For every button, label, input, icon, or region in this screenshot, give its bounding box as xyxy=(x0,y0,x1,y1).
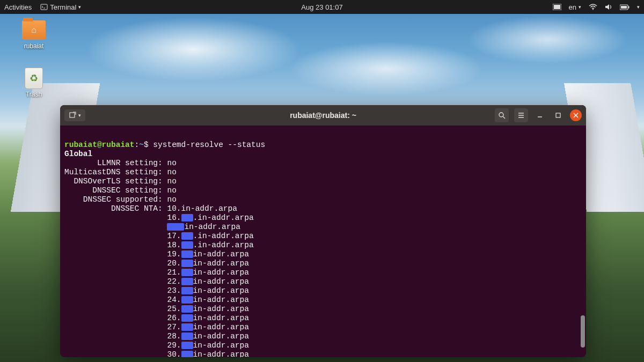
app-menu-label: Terminal xyxy=(50,3,76,11)
output-setting-line: DNSSEC setting: no xyxy=(64,186,582,195)
output-nta-line: 26. in-addr.arpa xyxy=(64,314,582,323)
new-tab-button[interactable]: ▾ xyxy=(64,109,85,121)
redacted-segment xyxy=(181,241,193,249)
output-nta-line: 20. in-addr.arpa xyxy=(64,259,582,268)
svg-rect-7 xyxy=(70,113,75,117)
redacted-segment xyxy=(181,333,193,340)
prompt-user-host: rubaiat@rubaiat xyxy=(64,141,135,149)
output-nta-line: 27. in-addr.arpa xyxy=(64,323,582,332)
scrollbar-thumb[interactable] xyxy=(581,315,585,348)
output-nta-line: 29. in-addr.arpa xyxy=(64,341,582,350)
svg-rect-6 xyxy=(621,6,627,9)
trash-icon: ♻ xyxy=(21,67,46,90)
output-nta-line: 21. in-addr.arpa xyxy=(64,268,582,277)
close-button[interactable] xyxy=(570,109,582,121)
redacted-segment xyxy=(181,342,193,349)
output-nta-line: 22. in-addr.arpa xyxy=(64,277,582,286)
gnome-top-bar: Activities Terminal ▾ Aug 23 01:07 en ▾ … xyxy=(0,0,644,14)
redacted-segment xyxy=(181,287,193,294)
clock[interactable]: Aug 23 01:07 xyxy=(301,3,342,11)
hamburger-menu-button[interactable] xyxy=(514,108,528,122)
terminal-app-icon xyxy=(40,3,48,11)
battery-icon[interactable] xyxy=(620,4,630,10)
output-setting-line: MulticastDNS setting: no xyxy=(64,168,582,177)
search-button[interactable] xyxy=(495,108,509,122)
output-nta-line: 19. in-addr.arpa xyxy=(64,250,582,259)
redacted-segment xyxy=(181,232,193,240)
wifi-icon[interactable] xyxy=(589,4,597,10)
desktop-trash[interactable]: ♻ Trash xyxy=(15,67,53,98)
prompt-line: rubaiat@rubaiat:~$ systemd-resolve --sta… xyxy=(64,141,582,150)
terminal-output-area[interactable]: rubaiat@rubaiat:~$ systemd-resolve --sta… xyxy=(60,125,586,357)
minimize-button[interactable] xyxy=(533,109,546,122)
folder-icon: ⌂ xyxy=(21,19,46,41)
output-setting-line: LLMNR setting: no xyxy=(64,159,582,168)
redacted-segment xyxy=(181,260,193,267)
chevron-down-icon: ▾ xyxy=(637,4,640,10)
redacted-segment xyxy=(181,323,193,331)
svg-rect-0 xyxy=(41,4,47,10)
output-nta-line: 16. .in-addr.arpa xyxy=(64,213,582,223)
search-icon xyxy=(498,112,506,119)
language-indicator[interactable]: en ▾ xyxy=(569,3,581,11)
terminal-window: ▾ rubaiat@rubaiat: ~ rubaiat@rubaiat:~$ … xyxy=(60,105,586,357)
desktop-icon-label: rubaiat xyxy=(24,42,44,50)
svg-line-9 xyxy=(503,116,505,119)
output-nta-line: 28. in-addr.arpa xyxy=(64,332,582,341)
recycle-icon: ♻ xyxy=(30,72,38,84)
screen-indicator-icon[interactable] xyxy=(553,4,561,10)
redacted-segment xyxy=(181,278,193,285)
redacted-segment xyxy=(181,351,193,357)
output-header: Global xyxy=(64,150,582,159)
redacted-segment xyxy=(181,214,193,221)
redacted-segment xyxy=(181,250,193,258)
svg-point-8 xyxy=(499,113,503,117)
close-icon xyxy=(573,113,579,118)
redacted-segment xyxy=(181,296,193,304)
svg-rect-5 xyxy=(628,6,630,8)
desktop-home-folder[interactable]: ⌂ rubaiat xyxy=(15,19,53,50)
output-nta-line: 30. in-addr.arpa xyxy=(64,350,582,357)
output-nta-line: 18. .in-addr.arpa xyxy=(64,241,582,250)
chevron-down-icon: ▾ xyxy=(579,4,581,10)
desktop-icon-label: Trash xyxy=(26,91,42,98)
redacted-segment xyxy=(167,223,184,231)
redacted-segment xyxy=(181,305,193,313)
prompt-path: ~ xyxy=(139,141,144,149)
window-title: rubaiat@rubaiat: ~ xyxy=(290,111,356,120)
svg-rect-2 xyxy=(554,5,560,9)
output-nta-line: 25. in-addr.arpa xyxy=(64,305,582,314)
hamburger-icon xyxy=(517,112,525,119)
output-nta-line: in-addr.arpa xyxy=(64,223,582,232)
system-menu-chevron[interactable]: ▾ xyxy=(637,4,640,10)
minimize-icon xyxy=(537,112,543,119)
svg-rect-14 xyxy=(556,113,560,117)
chevron-down-icon: ▾ xyxy=(78,4,81,10)
command-text: systemd-resolve --status xyxy=(153,141,265,149)
language-label: en xyxy=(569,3,576,11)
maximize-icon xyxy=(555,112,561,119)
home-icon: ⌂ xyxy=(31,25,36,35)
volume-icon[interactable] xyxy=(605,4,612,10)
chevron-down-icon: ▾ xyxy=(78,113,81,118)
maximize-button[interactable] xyxy=(552,109,565,122)
nta-first-line: DNSSEC NTA: 10.in-addr.arpa xyxy=(64,204,582,213)
svg-point-3 xyxy=(592,9,594,10)
output-nta-line: 17. .in-addr.arpa xyxy=(64,232,582,241)
output-setting-line: DNSSEC supported: no xyxy=(64,195,582,204)
redacted-segment xyxy=(181,314,193,322)
redacted-segment xyxy=(181,269,193,276)
new-tab-icon xyxy=(69,112,76,119)
output-nta-line: 24. in-addr.arpa xyxy=(64,295,582,305)
window-titlebar[interactable]: ▾ rubaiat@rubaiat: ~ xyxy=(60,105,586,125)
output-setting-line: DNSOverTLS setting: no xyxy=(64,177,582,186)
activities-button[interactable]: Activities xyxy=(4,3,32,11)
app-menu[interactable]: Terminal ▾ xyxy=(40,3,81,11)
output-nta-line: 23. in-addr.arpa xyxy=(64,286,582,295)
